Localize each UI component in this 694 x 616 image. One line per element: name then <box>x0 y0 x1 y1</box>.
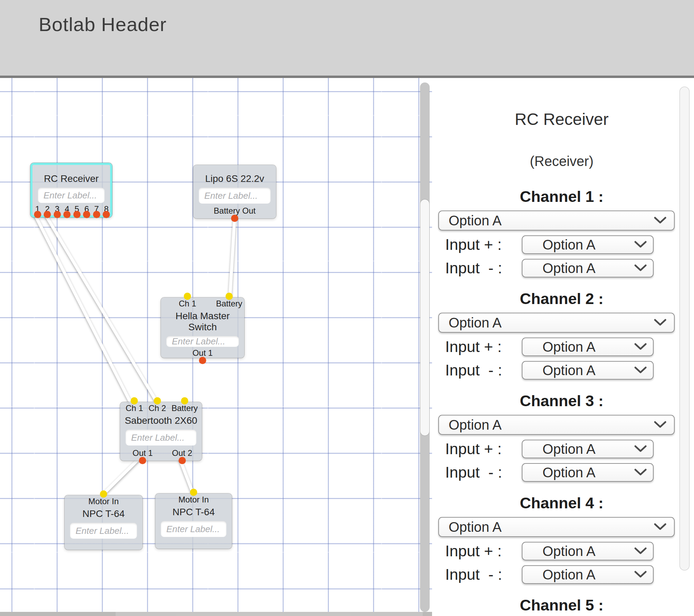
node-hella[interactable]: Ch 1BatteryHella Master SwitchOut 1 <box>161 297 244 358</box>
pin-label: Battery Out <box>214 206 255 215</box>
dropdown-selected-value: Option A <box>449 417 654 433</box>
node-title: NPC T-64 <box>155 507 232 518</box>
output-pin-dot[interactable] <box>44 211 51 218</box>
node-label-input[interactable] <box>161 521 226 537</box>
node-rc-receiver[interactable]: RC Receiver12345678 <box>30 163 112 217</box>
input-pin-dot[interactable] <box>131 397 138 404</box>
channel-input-row: Input + :Option A <box>445 235 675 254</box>
channel-input-row: Input + :Option A <box>445 542 675 560</box>
pin-row-top: Motor In <box>65 497 143 506</box>
input-row-label: Input + : <box>445 236 520 254</box>
input-pin-dot[interactable] <box>184 293 191 300</box>
node-npc-right[interactable]: Motor InNPC T-64 <box>155 493 232 549</box>
canvas-vertical-scrollbar[interactable] <box>420 83 429 612</box>
input-pin-dot[interactable] <box>100 490 107 498</box>
node-label-input[interactable] <box>38 188 105 203</box>
pin-row-bottom: Out 1 <box>161 348 244 358</box>
node-sabertooth[interactable]: Ch 1Ch 2BatterySabertooth 2X60Out 1Out 2 <box>120 402 202 461</box>
pin-6[interactable]: 6 <box>85 204 89 214</box>
output-pin-dot[interactable] <box>178 457 186 464</box>
output-pin-dot[interactable] <box>53 211 61 218</box>
pin-row-top: Motor In <box>155 495 232 505</box>
channel-heading: Channel 5 : <box>432 596 691 614</box>
output-pin-dot[interactable] <box>63 211 71 218</box>
canvas-horizontal-scrollbar[interactable] <box>0 612 432 616</box>
canvas-horizontal-scrollbar-thumb[interactable] <box>116 612 423 616</box>
pin-7[interactable]: 7 <box>94 204 99 214</box>
channel-heading: Channel 4 : <box>432 494 691 512</box>
pin-ch-2[interactable]: Ch 2 <box>148 403 166 413</box>
dropdown-selected-value: Option A <box>543 339 634 355</box>
input-pin-dot[interactable] <box>154 397 161 404</box>
channel-input-dropdown[interactable]: Option A <box>522 463 654 482</box>
pin-3[interactable]: 3 <box>55 204 59 214</box>
node-label-input[interactable] <box>199 188 271 204</box>
channel-main-dropdown[interactable]: Option A <box>438 415 675 435</box>
output-pin-dot[interactable] <box>199 357 206 364</box>
node-npc-left[interactable]: Motor InNPC T-64 <box>65 495 143 550</box>
pin-5[interactable]: 5 <box>75 204 79 214</box>
chevron-down-icon <box>634 343 647 351</box>
pin-label: Motor In <box>178 495 209 504</box>
node-label-input[interactable] <box>166 336 239 347</box>
canvas-vertical-scrollbar-thumb[interactable] <box>420 199 429 436</box>
pin-label: Out 1 <box>193 348 213 358</box>
channel-input-dropdown[interactable]: Option A <box>522 565 654 584</box>
input-pin-dot[interactable] <box>225 293 233 300</box>
pin-battery-out[interactable]: Battery Out <box>214 206 255 216</box>
pin-ch-1[interactable]: Ch 1 <box>179 299 196 309</box>
output-pin-dot[interactable] <box>231 215 238 222</box>
channel-main-dropdown[interactable]: Option A <box>438 517 675 537</box>
pin-8[interactable]: 8 <box>104 204 109 214</box>
channel-input-row: Input + :Option A <box>445 440 675 458</box>
channel-input-dropdown[interactable]: Option A <box>522 361 654 380</box>
pin-ch-1[interactable]: Ch 1 <box>126 403 143 413</box>
chevron-down-icon <box>654 319 666 326</box>
channel-input-dropdown[interactable]: Option A <box>522 338 654 356</box>
chevron-down-icon <box>634 571 647 578</box>
channel-main-dropdown[interactable]: Option A <box>438 313 675 333</box>
pin-row-bottom: Battery Out <box>193 206 276 216</box>
pin-battery[interactable]: Battery <box>172 403 198 413</box>
chevron-down-icon <box>654 217 666 224</box>
pin-1[interactable]: 1 <box>35 204 40 214</box>
node-lipo[interactable]: Lipo 6S 22.2vBattery Out <box>193 165 276 218</box>
input-pin-dot[interactable] <box>181 397 188 404</box>
header-divider <box>0 76 694 78</box>
chevron-down-icon <box>654 523 666 531</box>
panel-subtitle: (Receiver) <box>432 154 691 169</box>
input-row-label: Input + : <box>445 542 520 560</box>
output-pin-dot[interactable] <box>139 457 146 464</box>
pin-4[interactable]: 4 <box>65 204 69 214</box>
pin-label: Ch 2 <box>148 403 166 413</box>
dropdown-selected-value: Option A <box>449 315 654 331</box>
output-pin-dot[interactable] <box>34 211 41 218</box>
output-pin-dot[interactable] <box>83 211 90 218</box>
panel-title: RC Receiver <box>432 110 691 129</box>
channel-input-dropdown[interactable]: Option A <box>522 440 654 458</box>
pin-out-1[interactable]: Out 1 <box>193 348 213 358</box>
input-pin-dot[interactable] <box>190 489 197 496</box>
output-pin-dot[interactable] <box>103 211 110 218</box>
channel-main-dropdown[interactable]: Option A <box>438 211 675 231</box>
pin-out-1[interactable]: Out 1 <box>133 448 153 458</box>
output-pin-dot[interactable] <box>93 211 100 218</box>
input-row-label: Input - : <box>445 566 520 584</box>
node-label-input[interactable] <box>70 523 137 539</box>
node-title: Hella Master Switch <box>161 311 244 333</box>
channel-input-row: Input + :Option A <box>445 338 675 356</box>
channel-input-dropdown[interactable]: Option A <box>522 542 654 560</box>
pin-battery[interactable]: Battery <box>216 299 242 309</box>
header-title: Botlab Header <box>39 13 167 36</box>
panel-scrollbar-thumb[interactable] <box>680 87 689 570</box>
output-pin-dot[interactable] <box>73 211 80 218</box>
pin-motor-in[interactable]: Motor In <box>178 495 209 505</box>
pin-out-2[interactable]: Out 2 <box>172 448 192 458</box>
pin-row-top: Ch 1Battery <box>161 299 244 309</box>
pin-2[interactable]: 2 <box>45 204 50 214</box>
pin-motor-in[interactable]: Motor In <box>88 497 119 506</box>
channel-input-dropdown[interactable]: Option A <box>522 259 654 277</box>
node-label-input[interactable] <box>126 430 196 446</box>
pin-label: Out 1 <box>133 448 153 458</box>
channel-input-dropdown[interactable]: Option A <box>522 235 654 254</box>
